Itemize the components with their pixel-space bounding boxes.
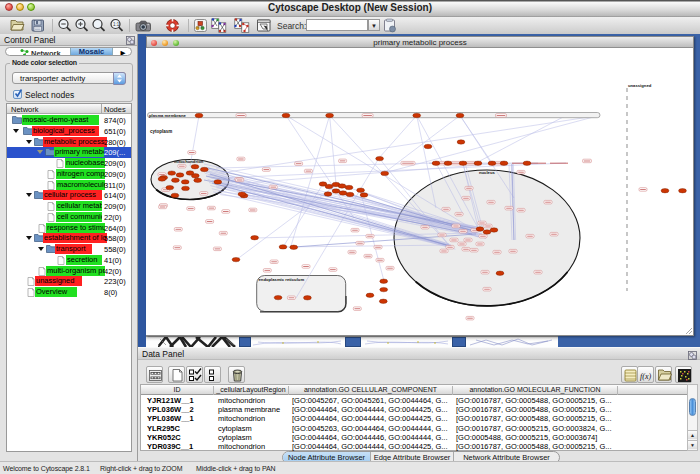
svg-text:endoplasmic reticulum: endoplasmic reticulum [259,277,305,282]
svg-text:1:1: 1:1 [113,22,120,27]
svg-text:plasma membrane: plasma membrane [149,113,186,118]
svg-text:unassigned: unassigned [628,83,652,88]
svg-text:mitochondrion: mitochondrion [174,159,204,164]
svg-text:cytoplasm: cytoplasm [150,129,172,134]
svg-text:f(x): f(x) [640,372,651,381]
svg-text:nucleus: nucleus [479,170,495,175]
